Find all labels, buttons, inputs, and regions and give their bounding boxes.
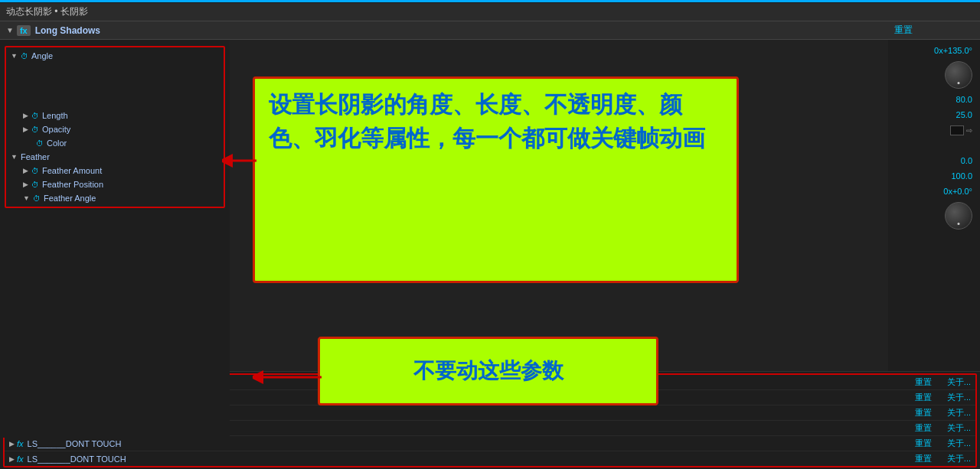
row4-about[interactable]: 关于... (947, 422, 971, 434)
fx-reset-btn[interactable]: 重置 (894, 24, 913, 37)
color-stopwatch-icon: ⏱ (36, 139, 44, 148)
feather-position-stopwatch-icon: ⏱ (31, 181, 39, 189)
row2-reset[interactable]: 重置 (915, 392, 932, 403)
row5-about[interactable]: 关于... (947, 438, 971, 449)
feather-amount-arrow: ▶ (23, 167, 28, 174)
feather-angle-row[interactable]: ▼ ⏱ Feather Angle (6, 191, 224, 205)
feather-arrow: ▼ (11, 153, 18, 161)
annotation-text-2: 不要动这些参数 (413, 357, 564, 386)
color-arrow-icon: ⇨ (966, 126, 972, 135)
title-text: 动态长阴影 • 长阴影 (6, 6, 88, 17)
property-highlight-box: ▼ ⏱ Angle ▶ ⏱ Length ▶ ⏱ Opacity ⏱ (5, 46, 225, 208)
opacity-stopwatch-icon: ⏱ (31, 125, 39, 134)
angle-stopwatch-icon: ⏱ (21, 52, 28, 60)
length-value: 80.0 (956, 92, 972, 107)
color-swatch-row: ⇨ (950, 122, 972, 138)
length-row[interactable]: ▶ ⏱ Length (6, 109, 224, 122)
feather-angle-arrow: ▼ (23, 194, 30, 202)
feather-angle-knob[interactable] (945, 202, 972, 230)
annotation-box-1: 设置长阴影的角度、长度、不透明度、颜色、羽化等属性，每一个都可做关键帧动画 (253, 77, 739, 283)
knob-dot (958, 82, 960, 84)
length-label: Length (42, 111, 68, 120)
row1-reset[interactable]: 重置 (915, 376, 932, 388)
row6-label: LS_______DONT TOUCH (28, 454, 126, 464)
opacity-label: Opacity (42, 125, 70, 134)
opacity-arrow: ▶ (23, 125, 28, 133)
feather-amount-stopwatch-icon: ⏱ (31, 167, 39, 175)
red-arrow-2 (253, 366, 325, 389)
feather-amount-label: Feather Amount (42, 166, 102, 175)
fx-title: Long Shadows (35, 25, 100, 36)
feather-angle-stopwatch-icon: ⏱ (33, 194, 41, 203)
row5-arrow: ▶ (9, 440, 15, 448)
feather-row[interactable]: ▼ Feather (6, 150, 224, 164)
row5-label: LS______DONT TOUCH (28, 439, 122, 448)
row6-fx-badge: fx (17, 454, 24, 464)
angle-row[interactable]: ▼ ⏱ Angle (6, 49, 224, 63)
angle-label: Angle (31, 51, 53, 60)
angle-value: 0x+135.0° (934, 43, 972, 58)
fx-badge: fx (17, 25, 31, 36)
red-arrow-1 (222, 149, 260, 172)
fx-header-arrow: ▼ (6, 26, 14, 34)
row5-fx-badge: fx (17, 439, 24, 448)
row6-about[interactable]: 关于... (947, 453, 971, 464)
feather-amount-row[interactable]: ▶ ⏱ Feather Amount (6, 164, 224, 178)
dont-touch-row-6: ▶ fx LS_______DONT TOUCH 重置 关于... (5, 451, 975, 466)
row1-about[interactable]: 关于... (947, 376, 971, 388)
fx-header: ▼ fx Long Shadows 重置 (0, 21, 980, 40)
angle-knob[interactable] (945, 61, 972, 89)
color-row[interactable]: ⏱ Color (6, 136, 224, 150)
left-panel: ▼ ⏱ Angle ▶ ⏱ Length ▶ ⏱ Opacity ⏱ (0, 40, 230, 438)
color-label: Color (47, 138, 67, 148)
feather-amount-value: 0.0 (961, 153, 972, 168)
annotation-box-2: 不要动这些参数 (318, 337, 658, 405)
opacity-value: 25.0 (956, 107, 972, 122)
row4-reset[interactable]: 重置 (915, 422, 932, 434)
color-swatch[interactable] (950, 125, 964, 135)
feather-angle-value: 0x+0.0° (943, 184, 972, 199)
dont-touch-row-5: ▶ fx LS______DONT TOUCH 重置 关于... (5, 436, 975, 451)
row5-reset[interactable]: 重置 (915, 438, 932, 449)
angle-arrow: ▼ (11, 52, 18, 60)
length-stopwatch-icon: ⏱ (31, 112, 39, 120)
feather-knob-dot (958, 223, 960, 225)
length-arrow: ▶ (23, 112, 28, 119)
opacity-row[interactable]: ▶ ⏱ Opacity (6, 122, 224, 136)
feather-position-value: 100.0 (951, 168, 972, 184)
row3-about[interactable]: 关于... (947, 407, 971, 419)
feather-angle-label: Feather Angle (44, 194, 96, 203)
feather-position-row[interactable]: ▶ ⏱ Feather Position (6, 178, 224, 191)
row6-arrow: ▶ (9, 455, 15, 463)
feather-position-arrow: ▶ (23, 181, 28, 188)
feather-label: Feather (21, 152, 50, 161)
row2-about[interactable]: 关于... (947, 392, 971, 403)
feather-position-label: Feather Position (42, 180, 103, 189)
row6-reset[interactable]: 重置 (915, 453, 932, 464)
title-bar: 动态长阴影 • 长阴影 (0, 3, 980, 21)
row3-reset[interactable]: 重置 (915, 407, 932, 419)
annotation-text-1: 设置长阴影的角度、长度、不透明度、颜色、羽化等属性，每一个都可做关键帧动画 (269, 92, 705, 151)
